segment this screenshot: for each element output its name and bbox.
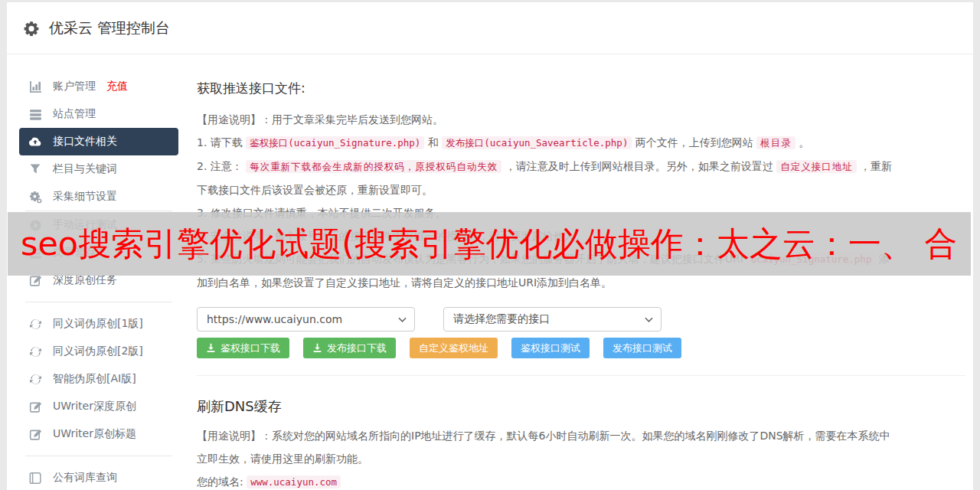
- interface-select[interactable]: 请选择您需要的接口: [443, 307, 662, 332]
- dns-section-body: 【用途说明】：系统对您的网站域名所指向的IP地址进行了缓存，默认每6小时自动刷新…: [197, 424, 893, 490]
- text-segment: 。: [795, 136, 809, 149]
- overlay-ad-banner: seo搜索引擎优化试题(搜索引擎优化必做操作：太之云：一、 合: [8, 212, 971, 276]
- auth-api-download-button[interactable]: 鉴权接口下载: [197, 338, 289, 358]
- inline-code-chip: www.ucaiyun.com: [247, 475, 341, 488]
- refresh-icon: [28, 318, 42, 331]
- dns-section-title: 刷新DNS缓存: [197, 397, 965, 416]
- recharge-badge[interactable]: 充值: [106, 80, 128, 93]
- sidebar-item-label: 采集细节设置: [53, 190, 117, 204]
- sidebar-item-UWriter深度原创[interactable]: UWriter深度原创: [19, 393, 178, 420]
- sidebar-divider: [25, 456, 172, 456]
- edit-icon: [28, 428, 42, 441]
- app-window: 优采云 管理控制台 账户管理充值站点管理接口文件相关栏目与关键词采集细节设置手动…: [7, 2, 973, 490]
- sidebar-item-智能伪原创[AI版][interactable]: 智能伪原创[AI版]: [19, 365, 178, 393]
- text-segment: 【用途说明】：系统对您的网站域名所指向的IP地址进行了缓存，默认每6小时自动刷新…: [197, 430, 890, 465]
- app-title: 优采云 管理控制台: [49, 18, 170, 38]
- sidebar-item-label: 同义词伪原创[2版]: [53, 345, 143, 358]
- sidebar-item-同义词伪原创[2版][interactable]: 同义词伪原创[2版]: [19, 338, 178, 365]
- sidebar-item-label: 站点管理: [53, 107, 96, 121]
- refresh-icon: [28, 373, 42, 386]
- cloud-upload-icon: [28, 136, 42, 148]
- push-section-title: 获取推送接口文件:: [197, 79, 965, 97]
- inline-code-chip: 发布接口(ucaiyun_Savearticle.php): [442, 136, 632, 149]
- inline-code-chip: 每次重新下载都会生成新的授权码，原授权码自动失效: [246, 160, 501, 173]
- download-icon: [312, 343, 322, 353]
- dns-usage-note: 【用途说明】：系统对您的网站域名所指向的IP地址进行了缓存，默认每6小时自动刷新…: [197, 424, 893, 470]
- sidebar-item-同义词伪原创[1版][interactable]: 同义词伪原创[1版]: [19, 310, 178, 338]
- text-segment: 和: [424, 136, 442, 149]
- text-segment: 1. 请下载: [197, 136, 246, 149]
- sidebar-item-label: UWriter原创标题: [53, 427, 136, 441]
- sidebar-item-label: UWriter深度原创: [53, 400, 136, 413]
- sidebar-item-账户管理[interactable]: 账户管理充值: [19, 73, 178, 100]
- text-segment: 两个文件，上传到您网站: [632, 136, 756, 149]
- sidebar-item-接口文件相关[interactable]: 接口文件相关: [19, 128, 178, 155]
- bar-chart-icon: [28, 80, 42, 93]
- sidebar-item-label: 同义词伪原创[1版]: [53, 317, 143, 331]
- top-header: 优采云 管理控制台: [7, 2, 973, 54]
- inline-code-chip: 鉴权接口(ucaiyun_Signature.php): [246, 136, 424, 149]
- text-segment: 2. 注意：: [197, 160, 246, 172]
- inline-code-chip: 自定义接口地址: [776, 160, 857, 173]
- custom-auth-address-button[interactable]: 自定义鉴权地址: [410, 338, 498, 358]
- text-segment: 您的域名:: [197, 475, 247, 488]
- sidebar-divider: [25, 302, 172, 302]
- publish-api-test-button[interactable]: 发布接口测试: [603, 338, 681, 358]
- sidebar-item-label: 接口文件相关: [53, 135, 117, 149]
- gears-icon: [28, 191, 42, 204]
- edit-icon: [28, 400, 42, 413]
- chevron-down-icon: [398, 317, 407, 323]
- sidebar-item-label: 栏目与关键词: [53, 162, 117, 176]
- instruction-item-2: 2. 注意： 每次重新下载都会生成新的授权码，原授权码自动失效 ，请注意及时上传…: [197, 155, 893, 201]
- sidebar-item-label: 公有词库查询: [53, 471, 117, 485]
- download-icon: [206, 343, 216, 353]
- instruction-item-1: 1. 请下载 鉴权接口(ucaiyun_Signature.php) 和 发布接…: [197, 131, 893, 155]
- usage-note: 【用途说明】：用于文章采集完毕后发送到您网站。: [197, 108, 893, 131]
- button-label: 鉴权接口测试: [521, 341, 580, 355]
- server-icon: [28, 108, 42, 121]
- sidebar-item-栏目与关键词[interactable]: 栏目与关键词: [19, 155, 178, 183]
- edit-icon: [28, 274, 42, 287]
- sidebar-item-UWriter原创标题[interactable]: UWriter原创标题: [19, 420, 178, 448]
- inline-code-chip: 根目录: [756, 136, 795, 149]
- sidebar-item-label: 智能伪原创[AI版]: [53, 372, 136, 386]
- site-select-value: https://www.ucaiyun.com: [207, 313, 342, 325]
- action-buttons: 鉴权接口下载发布接口下载自定义鉴权地址鉴权接口测试发布接口测试: [197, 338, 965, 358]
- section-divider: [197, 375, 965, 376]
- button-label: 发布接口下载: [327, 341, 387, 355]
- site-select[interactable]: https://www.ucaiyun.com: [197, 307, 415, 332]
- book-icon: [28, 472, 42, 485]
- text-segment: 【用途说明】：用于文章采集完毕后发送到您网站。: [197, 113, 443, 126]
- button-label: 鉴权接口下载: [220, 341, 280, 355]
- funnel-icon: [28, 163, 42, 175]
- auth-api-test-button[interactable]: 鉴权接口测试: [511, 338, 590, 358]
- your-domain-row: 您的域名: www.ucaiyun.com: [197, 470, 893, 490]
- refresh-icon: [28, 345, 42, 358]
- text-segment: ，请注意及时上传到网站根目录。另外，如果之前设置过: [501, 160, 776, 172]
- button-label: 自定义鉴权地址: [419, 341, 488, 355]
- overlay-ad-text: seo搜索引擎优化试题(搜索引擎优化必做操作：太之云：一、 合: [8, 212, 971, 276]
- sidebar-item-label: 账户管理: [53, 80, 96, 93]
- gear-icon: [24, 21, 39, 36]
- chevron-down-icon: [645, 317, 653, 323]
- sidebar-item-公有词库查询[interactable]: 公有词库查询: [19, 464, 178, 490]
- button-label: 发布接口测试: [612, 341, 672, 355]
- sidebar-item-站点管理[interactable]: 站点管理: [19, 100, 178, 128]
- sidebar-item-采集细节设置[interactable]: 采集细节设置: [19, 183, 178, 211]
- publish-api-download-button[interactable]: 发布接口下载: [303, 338, 396, 358]
- interface-select-value: 请选择您需要的接口: [453, 312, 550, 326]
